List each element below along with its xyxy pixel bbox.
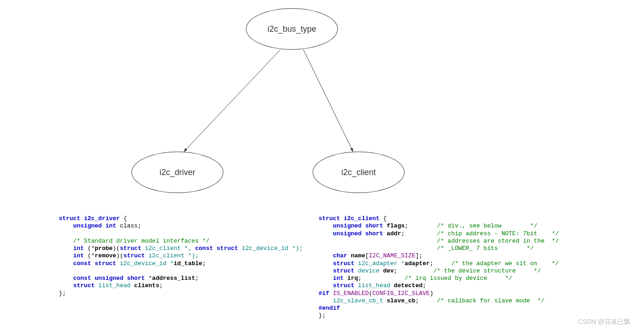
node-i2c-client: i2c_client [313,152,405,193]
code-i2c-driver: struct i2c_driver { unsigned int class; … [59,215,303,297]
node-label: i2c_driver [160,168,195,177]
node-i2c-bus-type: i2c_bus_type [246,8,338,50]
svg-line-1 [303,50,353,152]
node-label: i2c_client [341,168,376,177]
node-label: i2c_bus_type [268,24,316,34]
svg-line-0 [184,50,280,152]
diagram-canvas: i2c_bus_type i2c_driver i2c_client struc… [0,0,644,329]
code-i2c-client: struct i2c_client { unsigned short flags… [319,215,559,320]
watermark: CSDN @花落已飘 [578,318,630,326]
node-i2c-driver: i2c_driver [131,152,223,193]
